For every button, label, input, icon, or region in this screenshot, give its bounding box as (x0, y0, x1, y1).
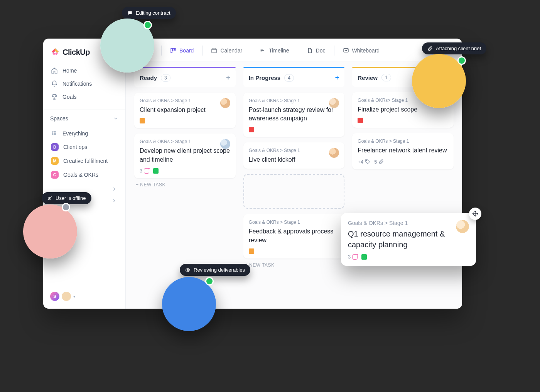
card-feedback-approvals[interactable]: Goals & OKRs > Stage 1 Feedback & approv… (243, 214, 345, 259)
avatar[interactable] (456, 220, 469, 233)
tab-calendar[interactable]: Calendar (211, 47, 242, 54)
card-breadcrumb: Goals & OKRs > Stage 1 (140, 139, 230, 144)
avatar[interactable] (329, 148, 339, 158)
sidebar: ClickUp Home Notifications Goals Spaces (43, 39, 126, 309)
space-label: Goals & OKRs (63, 172, 98, 178)
svg-point-0 (52, 131, 53, 132)
eye-icon (185, 267, 191, 273)
add-card-button[interactable]: + (335, 74, 339, 82)
card-client-expansion[interactable]: Goals & OKRs > Stage 1 Client expansion … (134, 93, 236, 128)
presence-label: Reviewing deliverables (194, 267, 245, 273)
presence-label: User is offline (56, 195, 86, 201)
tab-board[interactable]: Board (170, 47, 194, 54)
spaces-section[interactable]: Spaces (43, 110, 125, 125)
column-name: Ready (140, 74, 157, 81)
comments-count[interactable]: 3 (348, 254, 358, 260)
doc-icon (307, 47, 313, 54)
presence-chip-attaching: Attaching client brief (422, 42, 486, 54)
priority-flag-icon[interactable] (361, 254, 367, 260)
card-breadcrumb: Goals & OKRs > Stage 1 (140, 98, 230, 103)
online-status-dot-icon (143, 21, 152, 29)
presence-avatar-editing[interactable] (100, 19, 154, 73)
online-status-dot-icon (205, 277, 214, 286)
column-header[interactable]: In Progress 4 + (243, 68, 345, 87)
attachments-count[interactable]: 5 (374, 159, 384, 165)
tab-label: Calendar (220, 47, 242, 54)
column-name: Review (358, 74, 378, 81)
presence-label: Attaching client brief (436, 46, 481, 51)
sidebar-users[interactable]: S ▾ (43, 288, 125, 305)
card-breadcrumb: Goals & OKRs > Stage 1 (348, 220, 469, 226)
chevron-right-icon (111, 186, 117, 192)
comment-icon (144, 168, 149, 174)
trophy-icon (51, 93, 58, 100)
priority-flag-icon[interactable] (153, 168, 159, 174)
presence-avatar-reviewing[interactable] (162, 277, 216, 331)
divider (161, 46, 162, 56)
presence-avatar-attaching[interactable] (412, 54, 466, 108)
avatar[interactable] (220, 98, 230, 108)
svg-rect-4 (171, 49, 172, 53)
new-task-button[interactable]: + NEW TASK (134, 182, 236, 188)
card-freelancer-review[interactable]: Goals & OKRs > Stage 1 Freelancer networ… (352, 133, 454, 169)
drop-zone[interactable] (243, 174, 345, 209)
tab-label: Board (179, 47, 194, 54)
space-creative-fulfillment[interactable]: M Creative fulfillment (47, 154, 122, 168)
whiteboard-icon (343, 47, 349, 54)
presence-avatar-offline[interactable] (23, 204, 77, 259)
space-client-ops[interactable]: D Client ops (47, 140, 122, 154)
caret-down-icon: ▾ (73, 294, 75, 299)
board-icon (170, 47, 176, 54)
drag-handle[interactable] (469, 208, 481, 220)
column-in-progress: In Progress 4 + Goals & OKRs > Stage 1 P… (243, 68, 345, 302)
comments-count[interactable]: 3 (140, 168, 149, 174)
nav-label: Home (62, 68, 77, 74)
avatar[interactable] (220, 139, 230, 149)
add-card-button[interactable]: + (226, 74, 230, 82)
new-task-button[interactable]: + NEW TASK (243, 262, 345, 268)
card-live-kickoff[interactable]: Goals & OKRs > Stage 1 Live client kicko… (243, 142, 345, 169)
dragging-card[interactable]: Goals & OKRs > Stage 1 Q1 resource manag… (341, 213, 476, 266)
column-header[interactable]: Ready 3 + (134, 68, 236, 87)
brand-logo-icon (50, 47, 60, 57)
divider (202, 46, 202, 56)
card-develop-scope[interactable]: Goals & OKRs > Stage 1 Develop new clien… (134, 133, 236, 178)
priority-flag-icon[interactable] (249, 248, 254, 254)
card-post-launch[interactable]: Goals & OKRs > Stage 1 Post-launch strat… (243, 93, 345, 137)
tag-icon (365, 159, 370, 164)
card-breadcrumb: Goals & OKRs > Stage 1 (249, 98, 339, 103)
svg-rect-6 (174, 49, 176, 51)
nav-goals[interactable]: Goals (47, 90, 122, 103)
brand-name: ClickUp (62, 48, 90, 57)
card-breadcrumb: Goals & OKRs > Stage 1 (249, 148, 339, 153)
tab-label: Doc (316, 47, 326, 54)
tags-count[interactable]: +4 (358, 159, 370, 165)
divider (251, 46, 251, 56)
svg-point-9 (366, 161, 367, 161)
svg-point-2 (52, 133, 53, 135)
priority-flag-icon[interactable] (358, 118, 363, 123)
home-icon (51, 67, 58, 74)
tab-timeline[interactable]: Timeline (260, 47, 289, 54)
nav-notifications[interactable]: Notifications (47, 77, 122, 90)
priority-flag-icon[interactable] (249, 127, 254, 132)
space-everything[interactable]: Everything (47, 127, 122, 140)
space-goals-okrs[interactable]: G Goals & OKRs (47, 168, 122, 182)
app-window: ClickUp Home Notifications Goals Spaces (43, 39, 462, 309)
card-title: Post-launch strategy review for awarenes… (249, 106, 339, 123)
grid-icon (51, 130, 58, 137)
card-title: Feedback & approvals process review (249, 227, 339, 245)
space-label: Creative fulfillment (63, 158, 108, 164)
tab-doc[interactable]: Doc (307, 47, 326, 54)
priority-flag-icon[interactable] (140, 118, 145, 123)
spaces-heading: Spaces (50, 115, 68, 122)
timeline-icon (260, 47, 266, 54)
calendar-icon (211, 47, 217, 54)
board-columns: Ready 3 + Goals & OKRs > Stage 1 Client … (126, 61, 462, 309)
online-status-dot-icon (457, 56, 466, 65)
avatar: S (50, 292, 59, 301)
chat-icon (127, 10, 133, 16)
presence-label: Editing contract (136, 10, 170, 16)
tab-whiteboard[interactable]: Whiteboard (343, 47, 380, 54)
move-icon (472, 211, 478, 217)
